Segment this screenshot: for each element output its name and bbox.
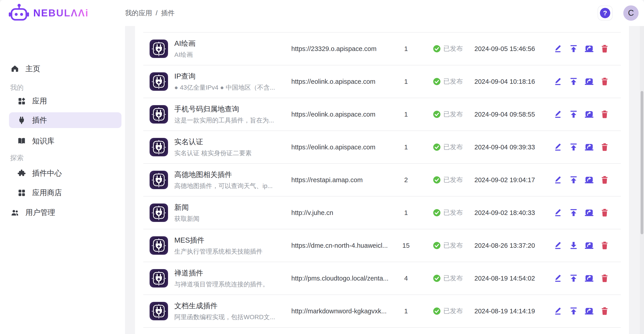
edit-button[interactable] — [554, 143, 562, 152]
share-button[interactable] — [584, 143, 594, 152]
delete-button[interactable] — [600, 175, 609, 184]
table-row[interactable]: 文档生成插件 阿里函数编程实现，包括WORD文... http://markdo… — [135, 295, 629, 327]
sidebar-item-home[interactable]: 主页 — [0, 61, 125, 77]
plugin-table: AI绘画 AI绘画 https://23329.o.apispace.com 1… — [135, 26, 629, 328]
delete-button[interactable] — [600, 110, 609, 119]
scrollbar-track[interactable] — [640, 26, 644, 334]
plugin-app-icon — [150, 203, 168, 222]
plugin-url: http://v.juhe.cn — [291, 209, 397, 216]
plugin-updated-time: 2024-09-04 10:18:16 — [474, 78, 538, 85]
share-button[interactable] — [584, 208, 594, 217]
upload-button[interactable] — [569, 175, 578, 184]
published-check-icon — [433, 45, 441, 53]
sidebar-item-apps[interactable]: 应用 — [0, 93, 125, 109]
upload-button[interactable] — [569, 44, 578, 53]
sidebar-item-label: 知识库 — [32, 136, 54, 146]
edit-button[interactable] — [554, 274, 562, 283]
status-badge: 已发布 — [443, 143, 463, 152]
edit-button[interactable] — [554, 208, 562, 217]
status-badge: 已发布 — [443, 208, 463, 217]
sidebar-item-knowledge[interactable]: 知识库 — [0, 133, 125, 149]
table-row[interactable]: 手机号码归属地查询 这是一款实用的工具插件，旨在为... https://eol… — [135, 98, 629, 131]
plugin-title: 新闻 — [174, 203, 284, 212]
edit-button[interactable] — [554, 175, 562, 184]
delete-button[interactable] — [600, 241, 609, 250]
avatar[interactable]: C — [623, 5, 638, 21]
plugin-url: https://restapi.amap.com — [291, 176, 397, 184]
book-icon — [18, 137, 26, 145]
table-row[interactable]: 高德地图相关插件 高德地图插件，可以查询天气、ip... https://res… — [135, 164, 629, 196]
share-button[interactable] — [584, 110, 594, 119]
upload-button[interactable] — [569, 208, 578, 217]
delete-button[interactable] — [600, 77, 609, 86]
plugin-subtitle: 获取新闻 — [174, 214, 284, 223]
plugin-app-icon — [150, 72, 168, 91]
status-badge: 已发布 — [443, 274, 463, 283]
share-button[interactable] — [584, 175, 594, 184]
share-button[interactable] — [584, 44, 594, 53]
breadcrumb: 我的应用 / 插件 — [125, 0, 174, 26]
edit-button[interactable] — [554, 241, 562, 250]
plugin-count: 1 — [397, 111, 415, 118]
plugin-app-icon — [150, 236, 168, 255]
plugin-count: 15 — [397, 242, 415, 249]
plugin-title: 手机号码归属地查询 — [174, 104, 284, 114]
share-button[interactable] — [584, 307, 594, 316]
upload-button[interactable] — [569, 110, 578, 119]
upload-button[interactable] — [569, 77, 578, 86]
published-check-icon — [433, 78, 441, 85]
edit-button[interactable] — [554, 44, 562, 53]
breadcrumb-separator: / — [156, 9, 158, 17]
status-badge: 已发布 — [443, 77, 463, 86]
plugin-subtitle: AI绘画 — [174, 50, 284, 59]
delete-button[interactable] — [600, 143, 609, 152]
status-badge: 已发布 — [443, 44, 463, 53]
table-row[interactable]: 实名认证 实名认证 核实身份证二要素 https://eolink.o.apis… — [135, 131, 629, 163]
sidebar-item-app-store[interactable]: 应用商店 — [0, 185, 125, 201]
share-button[interactable] — [584, 77, 594, 86]
delete-button[interactable] — [600, 44, 609, 53]
plugin-app-icon — [150, 138, 168, 156]
delete-button[interactable] — [600, 307, 609, 316]
plugin-subtitle: 实名认证 核实身份证二要素 — [174, 149, 284, 158]
upload-button[interactable] — [569, 274, 578, 283]
scrollbar-thumb[interactable] — [641, 91, 643, 234]
robot-logo-icon — [8, 3, 29, 23]
delete-button[interactable] — [600, 274, 609, 283]
plugin-subtitle: 这是一款实用的工具插件，旨在为... — [174, 116, 284, 125]
plugin-subtitle: ● 43亿全量IPv4 ● 中国地区（不含... — [174, 83, 284, 92]
table-row[interactable]: 禅道插件 与禅道项目管理系统连接的插件。 http://pms.cloudtog… — [135, 262, 629, 295]
download-button[interactable] — [569, 241, 578, 250]
help-button[interactable]: ? — [598, 5, 612, 20]
table-row[interactable]: 新闻 获取新闻 http://v.juhe.cn 1 已发布 2024-09-0… — [135, 196, 629, 229]
delete-button[interactable] — [600, 208, 609, 217]
sidebar-item-plugin-center[interactable]: 插件中心 — [0, 165, 125, 181]
breadcrumb-parent[interactable]: 我的应用 — [125, 8, 152, 18]
sidebar-item-label: 主页 — [26, 64, 40, 74]
table-row[interactable]: IP查询 ● 43亿全量IPv4 ● 中国地区（不含... https://eo… — [135, 65, 629, 98]
sidebar-item-user-management[interactable]: 用户管理 — [0, 205, 125, 220]
sidebar-item-label: 应用 — [32, 96, 47, 106]
upload-button[interactable] — [569, 143, 578, 152]
plugin-app-icon — [150, 269, 168, 288]
plugin-status: 已发布 — [433, 208, 463, 217]
edit-button[interactable] — [554, 110, 562, 119]
share-button[interactable] — [584, 241, 594, 250]
table-row[interactable]: MES插件 生产执行管理系统相关技能插件 https://dme.cn-nort… — [135, 229, 629, 262]
row-actions — [554, 241, 609, 250]
sidebar-item-plugins[interactable]: 插件 — [0, 112, 125, 128]
plugin-updated-time: 2024-08-26 13:37:20 — [474, 242, 538, 249]
edit-button[interactable] — [554, 77, 562, 86]
sidebar-section-explore: 探索 — [10, 154, 24, 163]
upload-button[interactable] — [569, 307, 578, 316]
share-button[interactable] — [584, 274, 594, 283]
plugin-status: 已发布 — [433, 307, 463, 316]
edit-button[interactable] — [554, 307, 562, 316]
brand-logo[interactable]: NEBULΛΛi — [8, 3, 89, 23]
row-divider — [143, 327, 621, 328]
sidebar-section-mine: 我的 — [10, 83, 24, 92]
table-row[interactable]: AI绘画 AI绘画 https://23329.o.apispace.com 1… — [135, 32, 629, 65]
plugin-updated-time: 2024-09-02 18:40:33 — [474, 209, 538, 216]
plugin-app-icon — [150, 302, 168, 320]
plugin-subtitle: 阿里函数编程实现，包括WORD文... — [174, 313, 284, 322]
